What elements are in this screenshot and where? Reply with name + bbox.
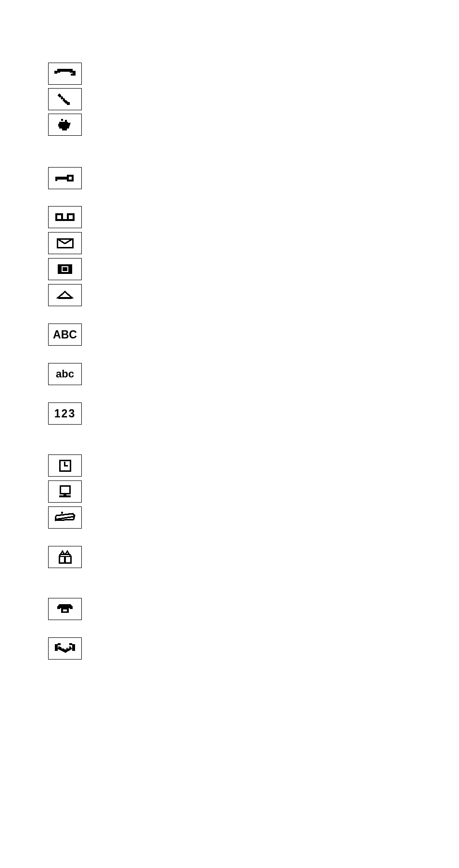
handset-icon — [48, 63, 82, 85]
numeric-123-icon: 123 — [48, 402, 82, 425]
svg-rect-14 — [65, 120, 67, 122]
pen-write-icon — [48, 506, 82, 529]
svg-rect-60 — [64, 648, 66, 649]
hand-icon — [48, 114, 82, 136]
svg-rect-44 — [64, 556, 66, 563]
svg-rect-55 — [58, 643, 61, 645]
voicemail-icon — [48, 206, 82, 228]
lowercase-label: abc — [56, 369, 74, 379]
svg-rect-1 — [57, 69, 60, 73]
svg-rect-0 — [54, 71, 57, 74]
monitor-icon — [48, 480, 82, 503]
svg-rect-5 — [71, 74, 76, 76]
svg-rect-54 — [55, 644, 58, 651]
svg-rect-39 — [59, 495, 71, 497]
svg-rect-16 — [58, 124, 60, 127]
telephone-icon — [48, 598, 82, 620]
svg-rect-57 — [69, 643, 72, 645]
uppercase-label: ABC — [53, 329, 77, 340]
key-icon — [48, 167, 82, 189]
svg-rect-50 — [57, 606, 60, 609]
svg-rect-24 — [57, 215, 61, 219]
clock-icon — [48, 454, 82, 477]
svg-rect-36 — [64, 465, 68, 466]
svg-rect-51 — [70, 606, 73, 609]
svg-marker-6 — [57, 93, 68, 104]
svg-rect-61 — [67, 647, 69, 648]
envelope-icon — [48, 232, 82, 254]
svg-rect-49 — [58, 604, 72, 608]
svg-rect-56 — [72, 644, 75, 651]
id-card-icon — [48, 258, 82, 280]
svg-rect-7 — [61, 95, 62, 96]
handshake-icon — [48, 637, 82, 660]
svg-marker-46 — [65, 551, 69, 554]
gift-icon — [48, 546, 82, 568]
svg-rect-33 — [58, 298, 72, 299]
svg-rect-37 — [60, 486, 70, 493]
svg-rect-38 — [64, 493, 66, 495]
svg-rect-31 — [63, 267, 67, 271]
svg-rect-22 — [69, 177, 72, 180]
svg-rect-4 — [73, 71, 76, 74]
svg-rect-53 — [63, 609, 67, 611]
svg-rect-11 — [62, 99, 63, 100]
svg-rect-3 — [70, 69, 73, 73]
svg-rect-27 — [69, 215, 73, 219]
svg-rect-20 — [55, 179, 57, 181]
svg-marker-45 — [61, 551, 64, 554]
abc-lowercase-icon: abc — [48, 363, 82, 385]
svg-rect-9 — [65, 99, 66, 100]
abc-uppercase-icon: ABC — [48, 324, 82, 346]
svg-rect-8 — [63, 97, 64, 98]
svg-rect-18 — [62, 129, 67, 130]
svg-rect-40 — [61, 512, 63, 514]
svg-marker-32 — [58, 292, 72, 298]
icon-reference-page: ABC abc 123 — [0, 0, 459, 868]
speaker-phone-icon — [48, 88, 82, 110]
svg-rect-59 — [62, 647, 64, 648]
svg-rect-48 — [61, 555, 69, 556]
svg-rect-12 — [67, 102, 70, 105]
numeric-label: 123 — [54, 408, 76, 419]
svg-rect-10 — [60, 97, 61, 98]
svg-rect-2 — [60, 69, 70, 72]
eject-up-icon — [48, 284, 82, 306]
svg-rect-13 — [61, 119, 63, 121]
